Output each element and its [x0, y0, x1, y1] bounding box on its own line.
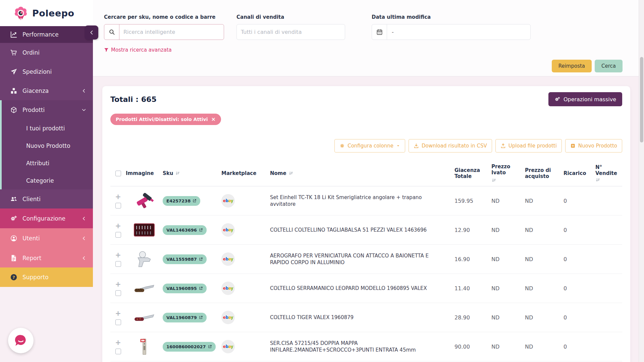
cube-icon: [10, 106, 17, 114]
product-name: COLTELLI COLTELLINO TAGLIABALSA 51 PEZZI…: [270, 227, 454, 233]
date-label: Data ultima modifica: [372, 14, 531, 20]
calendar-icon: [372, 24, 387, 40]
page-scrollbar[interactable]: [639, 0, 644, 362]
stock-total: 11.40: [454, 285, 491, 292]
chat-launcher-button[interactable]: [8, 328, 34, 353]
download-csv-button[interactable]: Download risultato in CSV: [409, 139, 492, 153]
document-icon: [10, 254, 17, 262]
sidebar-label: Utenti: [22, 235, 40, 242]
sort-icon[interactable]: [491, 178, 496, 183]
row-checkbox[interactable]: [115, 261, 121, 267]
chevron-left-icon: [82, 88, 86, 93]
sidebar-label: Giacenza: [22, 87, 49, 94]
products-card: Totali : 665 Operazioni massive Prodotti…: [102, 86, 630, 362]
sidebar-item-supporto[interactable]: Supporto: [0, 267, 93, 287]
markup: 0: [564, 285, 595, 292]
sku-badge[interactable]: VAL1960895: [163, 284, 207, 293]
expand-row-icon[interactable]: +: [115, 310, 121, 317]
date-value: -: [387, 29, 398, 35]
sidebar-item-prodotti[interactable]: Prodotti: [2, 100, 93, 120]
question-circle-icon: [10, 274, 17, 281]
new-product-label: Nuovo Prodotto: [578, 143, 617, 149]
bulk-operations-button[interactable]: Operazioni massive: [548, 92, 622, 106]
sku-badge[interactable]: E4257238: [163, 196, 200, 206]
expand-row-icon[interactable]: +: [115, 339, 121, 346]
filter-bar: Cercare per sku, nome o codice a barre C…: [93, 0, 644, 76]
row-checkbox[interactable]: [115, 232, 121, 238]
sku-badge[interactable]: VAL1960879: [163, 313, 207, 322]
row-checkbox[interactable]: [115, 290, 121, 296]
column-sku[interactable]: Sku: [163, 170, 221, 176]
select-all-checkbox[interactable]: [115, 171, 121, 176]
sales-channels-input[interactable]: [237, 24, 345, 40]
remove-filter-icon[interactable]: ×: [211, 117, 216, 122]
stock-total: 90.00: [454, 344, 491, 350]
sidebar-item-attributi[interactable]: Attributi: [2, 155, 93, 172]
advanced-search-link[interactable]: Mostra ricerca avanzata: [104, 47, 172, 53]
product-name: SER.CISA 57215/45 DOPPIA MAPPA INFILARE.…: [270, 340, 454, 354]
column-nome[interactable]: Nome: [270, 170, 454, 176]
table-row: + E4257238 ebay Set Einhell TC-TK 18 Li …: [110, 186, 622, 216]
new-product-button[interactable]: Nuovo Prodotto: [565, 139, 622, 153]
row-checkbox[interactable]: [115, 349, 121, 354]
sidebar-item-utenti[interactable]: Utenti: [0, 228, 93, 248]
sidebar-item-configurazione[interactable]: Configurazione: [0, 208, 93, 228]
purchase-price: ND: [525, 314, 564, 321]
sidebar-label: Attributi: [26, 160, 49, 167]
expand-row-icon[interactable]: +: [115, 252, 121, 259]
user-circle-icon: [10, 235, 17, 242]
app-logo[interactable]: Poleepo: [0, 0, 93, 26]
sidebar-label: Categorie: [26, 177, 54, 184]
expand-row-icon[interactable]: +: [115, 281, 121, 288]
boxes-icon: [10, 87, 17, 95]
sort-icon[interactable]: [175, 171, 180, 176]
column-giacenza-totale: Giacenza Totale: [454, 167, 491, 179]
poleepo-logo-icon: [13, 5, 29, 21]
search-button[interactable]: Cerca: [595, 60, 623, 72]
column-n-vendite[interactable]: N° Vendite: [595, 164, 622, 183]
sidebar-item-ordini[interactable]: Ordini: [0, 43, 93, 62]
sidebar-item-categorie[interactable]: Categorie: [2, 172, 93, 189]
sort-icon[interactable]: [595, 177, 600, 183]
sidebar-item-report[interactable]: Report: [0, 248, 93, 267]
markup: 0: [564, 314, 595, 321]
row-checkbox[interactable]: [115, 203, 121, 208]
sidebar-label: Supporto: [22, 274, 49, 281]
sidebar-item-clienti[interactable]: Clienti: [0, 189, 93, 208]
sidebar-label: Configurazione: [22, 215, 65, 222]
row-checkbox[interactable]: [115, 319, 121, 325]
upload-products-button[interactable]: Upload file prodotti: [495, 139, 562, 153]
sidebar-collapse-button[interactable]: [85, 25, 98, 40]
product-image: [133, 250, 155, 268]
brand-name: Poleepo: [32, 8, 74, 18]
sku-badge[interactable]: VAL1463696: [163, 225, 207, 235]
date-picker[interactable]: -: [372, 24, 531, 40]
sidebar-item-spedizioni[interactable]: Spedizioni: [0, 62, 93, 81]
sidebar-label: Ordini: [22, 49, 40, 56]
sidebar-item-i-tuoi-prodotti[interactable]: I tuoi prodotti: [2, 120, 93, 137]
search-input[interactable]: [119, 24, 224, 40]
table-row: + VAL1960879 ebay COLTELLO TIGER VALEX 1…: [110, 303, 622, 332]
purchase-price: ND: [525, 285, 564, 292]
column-prezzo-ivato[interactable]: Prezzo Ivato: [491, 164, 525, 183]
configure-columns-button[interactable]: Configura colonne: [334, 139, 405, 153]
reset-button[interactable]: Reimposta: [552, 60, 592, 72]
sidebar-item-nuovo-prodotto[interactable]: Nuovo Prodotto: [2, 137, 93, 155]
expand-row-icon[interactable]: +: [115, 223, 121, 230]
expand-row-icon[interactable]: +: [115, 193, 121, 200]
sku-badge[interactable]: VAL1559887: [163, 254, 207, 264]
sidebar-item-giacenza[interactable]: Giacenza: [0, 81, 93, 100]
sort-icon[interactable]: [288, 171, 293, 176]
advanced-search-label: Mostra ricerca avanzata: [111, 47, 172, 53]
active-filter-chip[interactable]: Prodotti Attivi/Disattivi: solo Attivi ×: [110, 114, 221, 125]
totals-count: Totali : 665: [110, 95, 157, 104]
scrollbar-thumb[interactable]: [640, 57, 643, 142]
price-vat: ND: [491, 198, 525, 204]
sku-badge[interactable]: 1600860002027: [163, 342, 216, 352]
sidebar-item-performance[interactable]: Performance: [0, 26, 93, 43]
markup: 0: [564, 227, 595, 233]
users-icon: [10, 195, 17, 203]
chevron-down-icon: [82, 108, 86, 112]
external-link-icon: [208, 345, 212, 349]
funnel-icon: [104, 48, 109, 52]
